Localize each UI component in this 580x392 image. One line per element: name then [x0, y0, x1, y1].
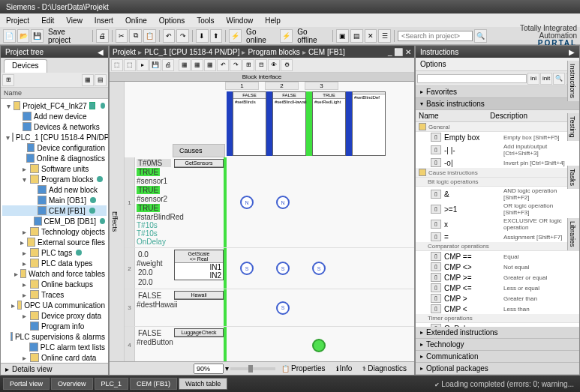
instruction-item[interactable]: ▯Empty boxEmpty box [Shift+F5] — [416, 132, 579, 142]
ini-btn[interactable]: ini — [527, 73, 539, 85]
tree-node[interactable]: Device configuration — [2, 142, 107, 153]
intersection-action[interactable]: S — [240, 262, 254, 275]
collapse-icon[interactable]: ◀ — [98, 48, 104, 56]
instruction-item[interactable]: ▯=Assignment [Shift+F7] — [416, 232, 579, 242]
properties-tab[interactable]: 📋 Properties — [277, 364, 330, 373]
tree-node[interactable]: ▸Watch and force tables — [2, 268, 107, 279]
breadcrumb-item[interactable]: CEM [FB1] — [308, 48, 345, 56]
menu-tools[interactable]: Tools — [194, 16, 217, 25]
tree-node[interactable]: ▸Device proxy data — [2, 310, 107, 321]
tree-node[interactable]: CEM [FB1] — [2, 205, 107, 216]
menu-edit[interactable]: Edit — [38, 16, 57, 25]
tree-node[interactable]: ▾Program blocks — [2, 174, 107, 184]
e12[interactable]: ⊟ — [255, 59, 267, 71]
print-button[interactable]: 🖨 — [96, 29, 109, 43]
tb-3[interactable]: ✕ — [365, 29, 377, 43]
tree-btn-2[interactable]: ▦ — [82, 74, 94, 86]
footer-tab[interactable]: CEM (FB1) — [130, 378, 177, 390]
tree-node[interactable]: ▸Software units — [2, 163, 107, 174]
cause-row[interactable]: 2 0.0 #weight20.0 20.0 GetScale<= RealIN… — [125, 248, 414, 289]
tree-node[interactable]: CEM_DB [DB1] — [2, 216, 107, 226]
e5[interactable]: 🖨 — [162, 59, 174, 71]
e4[interactable]: 💾 — [149, 59, 161, 71]
side-tab-testing[interactable]: Testing — [567, 113, 579, 141]
tree-node[interactable]: Add new device — [2, 111, 107, 121]
r-opt-1[interactable]: 🔍 — [553, 73, 565, 85]
save-icon[interactable]: 💾 — [31, 29, 44, 43]
e2[interactable]: ⬚ — [124, 59, 136, 71]
instruction-search[interactable] — [417, 74, 527, 83]
tree-node[interactable]: ▾Projekt_FC4_Ink27 — [2, 100, 107, 111]
side-tab-tasks[interactable]: Tasks — [567, 166, 579, 189]
cause-row[interactable]: 1 T#0MSTRUE #sensor1TRUE #sensor2TRUE #s… — [125, 157, 414, 248]
tb-2[interactable]: ▤ — [350, 29, 363, 43]
tree-node[interactable]: ▸PLC data types — [2, 258, 107, 268]
zoom-input[interactable] — [194, 364, 224, 374]
menu-window[interactable]: Window — [224, 16, 257, 25]
instruction-item[interactable]: ▯-o|Invert pin [Ctrl+Shift+4] — [416, 157, 579, 168]
e10[interactable]: ↷ — [230, 59, 242, 71]
tree-node[interactable]: Main [OB1] — [2, 195, 107, 205]
effect-block[interactable]: #setBlindDef — [352, 91, 386, 156]
tree-node[interactable]: ▸External source files — [2, 237, 107, 247]
basic-section[interactable]: ▾Basic instructions — [416, 98, 579, 110]
details-view-toggle[interactable]: ▸Details view — [1, 363, 108, 375]
diagnostics-tab[interactable]: ⚕ Diagnostics — [358, 364, 411, 373]
e1[interactable]: ⬚ — [111, 59, 123, 71]
search-input[interactable] — [398, 31, 473, 41]
devices-tab[interactable]: Devices — [4, 59, 47, 73]
upload-button[interactable]: ⬆ — [210, 29, 223, 43]
project-tree[interactable]: ▾Projekt_FC4_Ink27Add new deviceDevices … — [1, 99, 108, 363]
tree-node[interactable]: Program info — [2, 321, 107, 331]
tree-node[interactable]: ▸Online card data — [2, 352, 107, 363]
menu-online[interactable]: Online — [122, 16, 150, 25]
intersection-action[interactable]: N — [240, 196, 254, 209]
optional-section[interactable]: ▸Optional packages — [416, 363, 579, 375]
tree-node[interactable]: ▸Technology objects — [2, 226, 107, 237]
tree-node[interactable]: ▸OPC UA communication — [2, 300, 107, 310]
intersection-action[interactable]: S — [312, 262, 326, 275]
e6[interactable]: ▦ — [179, 59, 191, 71]
tree-node[interactable]: PLC alarm text lists — [2, 342, 107, 352]
block-interface-bar[interactable]: Block interface — [110, 73, 414, 82]
instruction-group[interactable]: General — [416, 122, 579, 132]
tree-node[interactable]: PLC supervisions & alarms — [2, 331, 107, 342]
search-button[interactable]: 🔍 — [474, 29, 487, 43]
tree-node[interactable]: ▸Online backups — [2, 279, 107, 289]
copy-button[interactable]: ⧉ — [129, 29, 142, 43]
instruction-item[interactable]: ▯CMP ==Equal — [416, 251, 579, 262]
intersection-action[interactable]: S — [276, 262, 290, 275]
tree-node[interactable]: Devices & networks — [2, 121, 107, 132]
download-button[interactable]: ⬇ — [196, 29, 209, 43]
go-offline-icon[interactable]: ⚡ — [280, 29, 293, 43]
extended-section[interactable]: ▸Extended instructions — [416, 327, 579, 339]
tree-node[interactable]: Add new block — [2, 184, 107, 195]
breadcrumb-item[interactable]: Projekt — [113, 48, 136, 56]
cem-editor[interactable]: Effects 123 Causes FALSE#setBlindsFALSE#… — [110, 82, 414, 361]
e3[interactable]: ▸ — [137, 59, 149, 71]
communication-section[interactable]: ▸Communication — [416, 351, 579, 363]
footer-tab[interactable]: Overview — [51, 378, 93, 390]
zoom-dropdown[interactable]: ▾ — [225, 364, 229, 373]
go-offline-label[interactable]: Go offline — [294, 28, 329, 44]
effect-block[interactable]: FALSE#setBlinds — [233, 91, 266, 156]
breadcrumb-item[interactable]: Program blocks — [248, 48, 299, 56]
go-online-label[interactable]: Go online — [243, 28, 278, 44]
instruction-item[interactable]: ▯CMP >Greater than — [416, 293, 579, 304]
instruction-item[interactable]: ▯>=1OR logic operation [Shift+F3] — [416, 202, 579, 217]
cut-button[interactable]: ✂ — [116, 29, 128, 43]
instruction-item[interactable]: ▯CMP <>Not equal — [416, 262, 579, 272]
tb-4[interactable]: ☰ — [378, 29, 391, 43]
breadcrumb-item[interactable]: PLC_1 [CPU 1518-4 PN/DP] — [144, 48, 239, 56]
menu-options[interactable]: Options — [156, 16, 188, 25]
favorites-section[interactable]: ▸Favorites — [416, 86, 579, 98]
e11[interactable]: ⊞ — [242, 59, 254, 71]
instruction-item[interactable]: ▯-| |-Add input/output [Ctrl+Shift+3] — [416, 142, 579, 157]
footer-tab[interactable]: PLC_1 — [95, 378, 129, 390]
init-btn[interactable]: init — [540, 73, 552, 85]
side-tab-libraries[interactable]: Libraries — [567, 218, 579, 250]
tree-node[interactable]: ▸PLC tags — [2, 247, 107, 258]
menu-insert[interactable]: Insert — [92, 16, 116, 25]
tree-btn-3[interactable]: ▤ — [95, 74, 107, 86]
footer-tab[interactable]: Watch table — [179, 378, 227, 390]
